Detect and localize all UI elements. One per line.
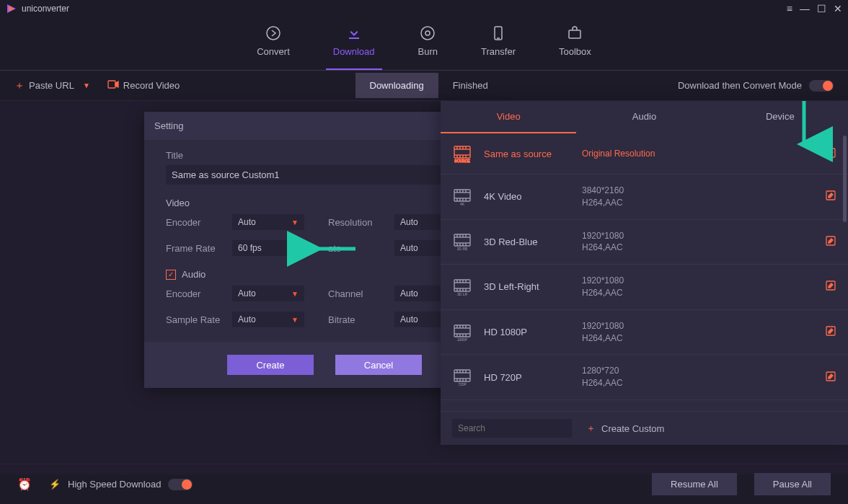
close-window-icon[interactable]: ✕	[834, 3, 842, 14]
svg-text:SOURCE: SOURCE	[454, 159, 470, 163]
format-meta: 1920*1080H264,AAC	[582, 230, 813, 255]
audio-encoder-select[interactable]: Auto▼	[232, 286, 304, 301]
svg-text:720P: 720P	[458, 382, 467, 386]
transfer-icon	[490, 25, 507, 42]
format-icon: SOURCE	[452, 143, 472, 164]
convert-icon	[265, 25, 282, 42]
format-edit-icon[interactable]	[825, 325, 836, 339]
nav-toolbox[interactable]: Toolbox	[559, 25, 591, 57]
format-tab-device[interactable]: Device	[712, 101, 848, 133]
audio-bitrate-label: Bitrate	[328, 314, 386, 325]
format-name: 4K Video	[484, 191, 570, 202]
download-tabs: Downloading Finished	[355, 73, 503, 98]
audio-checkbox[interactable]: ✓	[166, 270, 176, 280]
download-icon	[345, 25, 363, 42]
format-edit-icon[interactable]	[825, 235, 836, 249]
nav-transfer[interactable]: Transfer	[481, 25, 516, 57]
format-meta: 3840*2160H264,AAC	[582, 185, 813, 209]
high-speed-toggle[interactable]	[168, 479, 193, 490]
tab-finished[interactable]: Finished	[438, 73, 503, 98]
minimize-icon[interactable]: —	[800, 3, 810, 14]
record-video-label: Record Video	[123, 80, 180, 91]
app-name: uniconverter	[22, 4, 69, 14]
audio-section-header: ✓ Audio	[166, 269, 483, 280]
format-name: HD 1080P	[484, 327, 570, 337]
high-speed-label: High Speed Download	[68, 479, 161, 490]
svg-rect-11	[454, 146, 470, 158]
svg-rect-37	[454, 234, 470, 246]
format-icon: 4K	[452, 187, 472, 207]
nav-convert-label: Convert	[257, 46, 290, 57]
format-tab-video[interactable]: Video	[441, 101, 576, 133]
svg-text:1080P: 1080P	[457, 337, 468, 342]
format-icon: 3D RB	[452, 231, 472, 252]
nav-download-label: Download	[333, 46, 375, 57]
format-name: 3D Red-Blue	[484, 236, 570, 247]
create-button[interactable]: Create	[227, 355, 314, 375]
paste-url-button[interactable]: ＋ Paste URL ▼	[14, 79, 90, 92]
title-input[interactable]	[166, 165, 483, 185]
framerate-select[interactable]: 60 fps▼	[232, 240, 304, 256]
svg-rect-3	[349, 37, 359, 39]
svg-rect-50	[454, 280, 470, 291]
title-bar: uniconverter ≡ — ☐ ✕	[0, 0, 848, 17]
svg-text:4K: 4K	[460, 202, 465, 206]
nav-burn-label: Burn	[418, 46, 438, 57]
format-row[interactable]: 4K 4K Video 3840*2160H264,AAC	[441, 174, 848, 220]
record-video-button[interactable]: Record Video	[107, 80, 180, 91]
video-bitrate-label: ate	[328, 243, 386, 254]
svg-rect-9	[108, 81, 115, 88]
format-meta: Original Resolution	[582, 148, 813, 160]
format-panel: Video Audio Device SOURCE Same as source…	[441, 101, 848, 445]
plus-icon: ＋	[586, 422, 596, 435]
format-meta: 1920*1080H264,AAC	[582, 320, 813, 345]
samplerate-select[interactable]: Auto▼	[232, 311, 304, 327]
toolbar: ＋ Paste URL ▼ Record Video Downloading F…	[0, 71, 848, 101]
video-encoder-select[interactable]: Auto▼	[232, 214, 304, 230]
format-edit-icon[interactable]	[825, 280, 836, 293]
resume-all-button[interactable]: Resume All	[652, 473, 737, 495]
menu-icon[interactable]: ≡	[787, 3, 792, 14]
format-scrollbar[interactable]	[843, 136, 847, 222]
cancel-button[interactable]: Cancel	[335, 355, 422, 375]
nav-burn[interactable]: Burn	[418, 25, 438, 57]
nav-download[interactable]: Download	[333, 25, 375, 57]
svg-point-4	[421, 27, 434, 40]
bottom-bar: ⏰ ⚡ High Speed Download Resume All Pause…	[0, 464, 848, 504]
format-tab-audio[interactable]: Audio	[576, 101, 712, 133]
burn-icon	[419, 25, 436, 42]
encoder-label: Encoder	[166, 217, 224, 228]
format-name: 3D Left-Right	[484, 281, 570, 292]
format-search-input[interactable]	[452, 419, 572, 438]
format-row[interactable]: 3D RB 3D Red-Blue 1920*1080H264,AAC	[441, 220, 848, 265]
pause-all-button[interactable]: Pause All	[754, 473, 831, 495]
format-icon: 1080P	[452, 322, 472, 342]
format-row[interactable]: SOURCE Same as source Original Resolutio…	[441, 133, 848, 174]
format-row[interactable]: 720P HD 720P 1280*720H264,AAC	[441, 355, 848, 400]
format-edit-icon[interactable]	[825, 371, 836, 384]
format-name: HD 720P	[484, 372, 570, 383]
tab-downloading[interactable]: Downloading	[355, 73, 438, 98]
modal-title: Setting	[154, 120, 183, 131]
format-name: Same as source	[484, 149, 570, 159]
format-meta: 1920*1080H264,AAC	[582, 275, 813, 299]
main-nav: Convert Download Burn Transfer Toolbox	[0, 17, 848, 71]
plus-icon: ＋	[14, 79, 25, 92]
window-controls: ≡ — ☐ ✕	[787, 3, 842, 14]
framerate-label: Frame Rate	[166, 243, 224, 254]
title-field-label: Title	[166, 150, 483, 161]
format-row[interactable]: 1080P HD 1080P 1920*1080H264,AAC	[441, 310, 848, 355]
format-meta: 1280*720H264,AAC	[582, 365, 813, 389]
create-custom-button[interactable]: ＋ Create Custom	[586, 422, 664, 435]
svg-marker-10	[115, 81, 118, 87]
format-row[interactable]: 3D LR 3D Left-Right 1920*1080H264,AAC	[441, 265, 848, 310]
svg-rect-24	[454, 190, 470, 201]
nav-convert[interactable]: Convert	[257, 25, 290, 57]
svg-point-2	[267, 27, 280, 40]
clock-icon[interactable]: ⏰	[17, 477, 32, 491]
format-edit-icon[interactable]	[825, 190, 836, 203]
svg-rect-76	[454, 370, 470, 381]
convert-mode-toggle[interactable]	[809, 80, 834, 92]
maximize-icon[interactable]: ☐	[817, 3, 826, 14]
format-edit-icon[interactable]	[825, 147, 836, 161]
